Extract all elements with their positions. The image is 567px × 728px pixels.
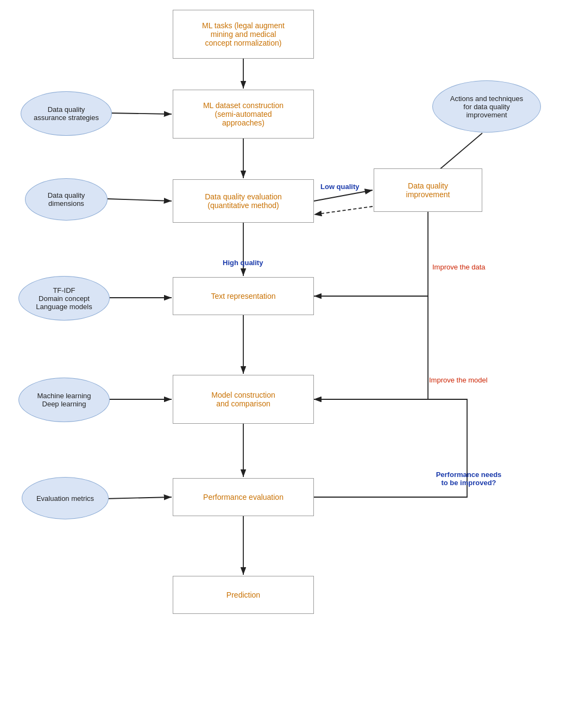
ml-dl-oval: Machine learning Deep learning	[18, 378, 110, 422]
tfidf-oval: TF-IDF Domain concept Language models	[18, 276, 110, 321]
data-quality-improve-box: Data quality improvement	[374, 168, 482, 212]
actions-techniques-oval: Actions and techniques for data quality …	[432, 80, 541, 133]
improve-data-label: Improve the data	[432, 263, 486, 271]
svg-line-15	[314, 206, 373, 215]
performance-evaluation-box: Performance evaluation	[173, 478, 314, 516]
performance-needs-label: Performance needs to be improved?	[417, 470, 520, 487]
data-quality-assurance-oval: Data quality assurance strategies	[21, 91, 112, 136]
svg-line-12	[104, 497, 172, 499]
ml-tasks-box: ML tasks (legal augment mining and medic…	[173, 10, 314, 59]
model-construction-box: Model construction and comparison	[173, 375, 314, 424]
data-quality-dimensions-oval: Data quality dimensions	[25, 178, 108, 221]
high-quality-label: High quality	[223, 259, 263, 267]
data-quality-eval-box: Data quality evaluation (quantitative me…	[173, 179, 314, 223]
svg-line-8	[108, 113, 172, 114]
eval-metrics-oval: Evaluation metrics	[22, 477, 109, 519]
ml-dataset-box: ML dataset construction (semi-automated …	[173, 90, 314, 139]
prediction-box: Prediction	[173, 576, 314, 614]
diagram-container: ML tasks (legal augment mining and medic…	[0, 0, 567, 728]
low-quality-label: Low quality	[320, 183, 360, 191]
svg-line-9	[108, 199, 172, 201]
improve-model-label: Improve the model	[429, 376, 488, 384]
text-representation-box: Text representation	[173, 277, 314, 315]
svg-line-14	[314, 190, 373, 201]
